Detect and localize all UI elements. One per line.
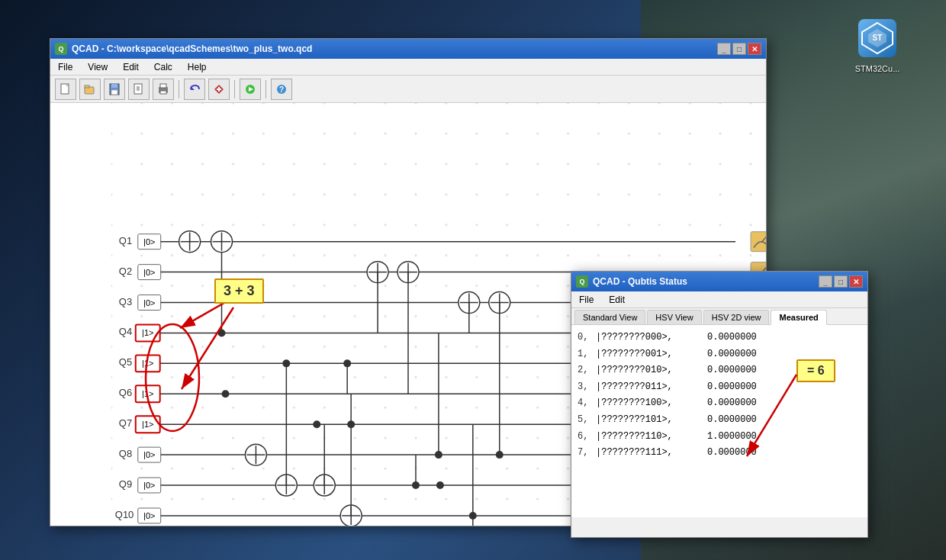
qcad-titlebar: Q QCAD - C:\workspace\qcadSchemes\two_pl… <box>50 39 766 59</box>
annotation-3plus3: 3 + 3 <box>214 278 264 304</box>
toolbar-help[interactable]: ? <box>271 79 292 100</box>
row-value-3: 0.0000000 <box>707 379 757 396</box>
toolbar-print[interactable] <box>153 79 174 100</box>
row-index-6: 6, <box>578 429 591 446</box>
maximize-button[interactable]: □ <box>732 43 746 55</box>
row-index-4: 4, <box>578 395 591 412</box>
svg-point-87 <box>222 390 230 397</box>
qubtis-status-window: Q QCAD - Qubtis Status _ □ ✕ File Edit S… <box>571 271 868 538</box>
row-value-4: 0.0000000 <box>707 395 757 412</box>
svg-point-92 <box>313 420 320 428</box>
row-state-7: |????????111>, <box>596 445 703 462</box>
menu-help[interactable]: Help <box>185 60 210 74</box>
row-value-6: 1.0000000 <box>707 429 757 446</box>
desktop-icon-stm32[interactable]: ST STM32Cu... <box>854 15 900 73</box>
qubtis-minimize-button[interactable]: _ <box>819 275 832 288</box>
tab-hsv-2d-view[interactable]: HSV 2D view <box>703 310 770 324</box>
svg-rect-16 <box>160 84 166 88</box>
svg-text:|1>: |1> <box>142 359 153 368</box>
toolbar-open[interactable] <box>79 79 101 100</box>
row-state-1: |????????001>, <box>596 346 703 363</box>
table-row: 7, |????????111>, 0.0000000 <box>578 445 861 462</box>
table-row: 5, |????????101>, 0.0000000 <box>578 412 861 429</box>
toolbar-undo[interactable] <box>184 79 205 100</box>
row-state-3: |????????011>, <box>596 379 703 396</box>
menu-file[interactable]: File <box>55 60 76 74</box>
row-index-0: 0, <box>578 330 591 346</box>
svg-rect-9 <box>111 84 117 88</box>
tab-standard-view[interactable]: Standard View <box>574 310 645 324</box>
row-value-0: 0.0000000 <box>707 330 757 346</box>
annotation-eq6: = 6 <box>796 359 835 382</box>
qubtis-menubar: File Edit <box>571 291 867 308</box>
table-row: 0, |????????000>, 0.0000000 <box>578 330 861 346</box>
row-state-4: |????????100>, <box>596 395 703 412</box>
tab-hsv-view[interactable]: HSV View <box>647 310 701 324</box>
row-index-7: 7, <box>578 445 591 462</box>
row-index-5: 5, <box>578 412 591 429</box>
svg-point-114 <box>436 481 444 489</box>
svg-text:Q7: Q7 <box>119 417 132 429</box>
svg-text:Q5: Q5 <box>119 356 132 368</box>
svg-text:?: ? <box>279 85 284 94</box>
svg-text:Q9: Q9 <box>119 478 132 490</box>
qubtis-tabs: Standard View HSV View HSV 2D view Measu… <box>571 308 867 325</box>
toolbar-export[interactable] <box>128 79 150 100</box>
menu-edit[interactable]: Edit <box>120 60 142 74</box>
toolbar-save[interactable] <box>104 79 125 100</box>
stm32-icon-label: STM32Cu... <box>855 64 900 73</box>
svg-text:Q1: Q1 <box>119 235 132 246</box>
toolbar-stop[interactable] <box>208 79 230 100</box>
svg-text:|0>: |0> <box>143 511 155 520</box>
qubtis-menu-edit[interactable]: Edit <box>606 293 628 307</box>
row-index-2: 2, <box>578 362 591 379</box>
svg-text:Q4: Q4 <box>119 326 132 337</box>
svg-text:Q2: Q2 <box>119 266 132 277</box>
stm32-icon: ST <box>854 15 900 61</box>
row-state-5: |????????101>, <box>596 412 703 429</box>
qubtis-maximize-button[interactable]: □ <box>834 275 848 288</box>
row-index-1: 1, <box>578 346 591 363</box>
qcad-menubar: File View Edit Calc Help <box>50 59 766 76</box>
svg-text:Q8: Q8 <box>119 448 132 459</box>
toolbar-run[interactable] <box>240 79 261 100</box>
toolbar-sep2 <box>234 80 235 98</box>
svg-text:|0>: |0> <box>143 268 155 277</box>
row-state-2: |????????010>, <box>596 362 703 379</box>
svg-text:|1>: |1> <box>142 328 153 337</box>
menu-view[interactable]: View <box>85 60 111 74</box>
svg-text:|0>: |0> <box>143 481 155 490</box>
toolbar-new[interactable] <box>55 79 76 100</box>
svg-rect-10 <box>111 90 117 95</box>
menu-calc[interactable]: Calc <box>151 60 175 74</box>
table-row: 6, |????????110>, 1.0000000 <box>578 429 861 446</box>
qcad-window-controls: _ □ ✕ <box>717 43 761 55</box>
svg-text:|1>: |1> <box>142 420 153 429</box>
qubtis-data-content: 0, |????????000>, 0.0000000 1, |????????… <box>571 325 867 517</box>
table-row: 4, |????????100>, 0.0000000 <box>578 395 861 412</box>
row-value-2: 0.0000000 <box>707 362 757 379</box>
svg-text:ST: ST <box>873 34 883 42</box>
row-state-0: |????????000>, <box>596 330 703 346</box>
svg-rect-17 <box>160 91 166 94</box>
row-value-7: 0.0000000 <box>707 445 757 462</box>
qcad-window-icon: Q <box>55 43 67 55</box>
svg-text:Q3: Q3 <box>119 296 132 307</box>
svg-text:Q10: Q10 <box>115 509 134 520</box>
qcad-toolbar: ? <box>50 76 766 103</box>
row-value-1: 0.0000000 <box>707 346 757 363</box>
row-index-3: 3, <box>578 379 591 396</box>
qubtis-title: QCAD - Qubtis Status <box>593 276 687 287</box>
qubtis-close-button[interactable]: ✕ <box>849 275 863 288</box>
svg-text:|0>: |0> <box>143 237 155 246</box>
svg-text:|1>: |1> <box>142 389 153 398</box>
tab-measured[interactable]: Measured <box>771 310 826 325</box>
close-button[interactable]: ✕ <box>748 43 761 55</box>
qubtis-window-icon: Q <box>576 275 588 288</box>
qubtis-titlebar: Q QCAD - Qubtis Status _ □ ✕ <box>571 272 867 291</box>
qcad-title: QCAD - C:\workspace\qcadSchemes\two_plus… <box>72 43 713 54</box>
qubtis-menu-file[interactable]: File <box>576 293 597 307</box>
svg-text:Q6: Q6 <box>119 387 132 398</box>
toolbar-sep3 <box>265 80 266 98</box>
minimize-button[interactable]: _ <box>717 43 731 55</box>
